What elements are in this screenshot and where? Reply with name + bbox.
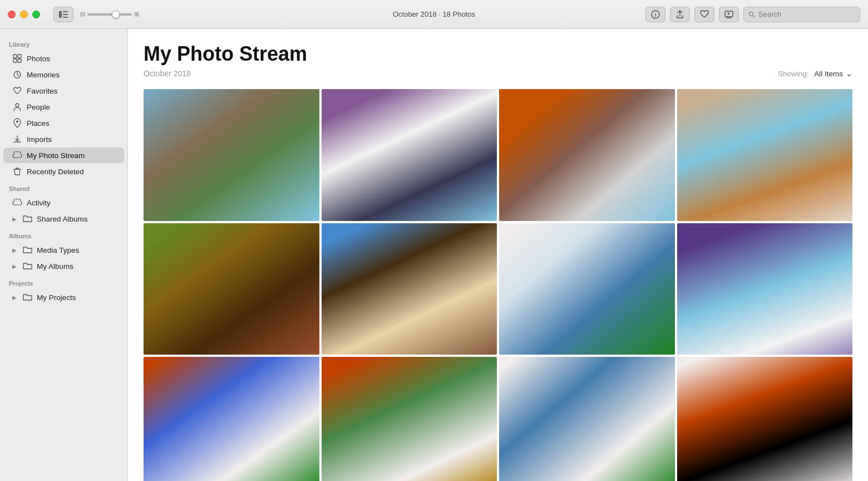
photo-cell-8[interactable] [677,223,853,355]
pin-icon [12,118,22,128]
showing-dropdown[interactable]: Showing: All Items ⌄ [778,69,852,78]
info-icon: i [651,10,660,19]
sidebar-toggle-group: ⊟ ⊞ [53,7,139,22]
search-input[interactable] [758,10,855,18]
sidebar-label-places: Places [27,119,50,127]
zoom-slider-container[interactable]: ⊟ ⊞ [80,11,139,18]
traffic-lights [8,11,40,18]
svg-rect-2 [63,14,68,15]
cloud-icon [12,150,22,160]
favorites-icon [12,86,22,96]
sidebar-item-people[interactable]: People [3,99,124,115]
sidebar-item-media-types[interactable]: ▶ Media Types [3,242,124,258]
sidebar-item-recently-deleted[interactable]: Recently Deleted [3,164,124,179]
sidebar: Library Photos Memories Favorites People [0,29,128,481]
search-icon [748,11,755,18]
svg-rect-11 [18,55,21,58]
sidebar-label-imports: Imports [27,135,52,144]
sidebar-item-memories[interactable]: Memories [3,67,124,82]
titlebar-controls: i [645,7,860,22]
sidebar-label-recently-deleted: Recently Deleted [27,168,84,176]
sidebar-label-people: People [27,103,50,111]
photo-cell-5[interactable] [144,223,319,355]
sidebar-label-media-types: Media Types [37,246,79,254]
photo-cell-12[interactable] [677,357,853,481]
sidebar-toggle-btn[interactable] [53,7,73,22]
sidebar-label-photos: Photos [27,55,50,63]
sidebar-item-my-photo-stream[interactable]: My Photo Stream [3,148,124,163]
sidebar-label-shared-albums: Shared Albums [37,215,88,223]
photo-cell-2[interactable] [322,89,497,221]
media-types-folder-icon [22,245,32,255]
main-layout: Library Photos Memories Favorites People [0,29,868,481]
sidebar-item-places[interactable]: Places [3,115,124,131]
svg-rect-12 [13,59,17,62]
photo-cell-10[interactable] [322,357,497,481]
search-box[interactable] [743,7,860,22]
close-button[interactable] [8,11,16,18]
photo-cell-3[interactable] [499,89,675,221]
zoom-thumb[interactable] [112,11,120,18]
photo-cell-6[interactable] [322,223,497,355]
sidebar-label-my-albums: My Albums [37,262,73,271]
share-icon [676,10,684,19]
zoom-track[interactable] [87,13,132,16]
memories-icon [12,70,22,80]
subtitle-row: October 2018 Showing: All Items ⌄ [144,69,852,78]
content-date: October 2018 [144,69,191,78]
heart-icon [700,10,709,18]
svg-rect-0 [59,11,62,18]
library-section-label: Library [0,36,127,50]
sidebar-label-my-photo-stream: My Photo Stream [27,151,85,160]
sidebar-item-shared-albums[interactable]: ▶ Shared Albums [3,211,124,227]
info-button[interactable]: i [645,7,665,22]
photo-cell-1[interactable] [144,89,319,221]
maximize-button[interactable] [32,11,40,18]
share-button[interactable] [670,7,690,22]
photo-grid [144,89,852,481]
trash-icon [12,166,22,176]
import-icon [12,134,22,144]
person-icon [12,102,22,112]
expand-arrow-media: ▶ [12,247,17,253]
showing-label-text: Showing: [778,70,809,78]
zoom-small-icon: ⊟ [80,11,85,18]
sidebar-item-photos[interactable]: Photos [3,51,124,66]
activity-cloud-icon [12,198,22,208]
sidebar-item-activity[interactable]: Activity [3,195,124,210]
sidebar-label-my-projects: My Projects [37,293,76,302]
zoom-large-icon: ⊞ [134,11,139,18]
sidebar-label-favorites: Favorites [27,87,58,95]
svg-line-9 [753,16,754,17]
title-text: October 2018 · 18 Photos [393,10,475,18]
projects-section-label: Projects [0,274,127,289]
minimize-button[interactable] [20,11,28,18]
svg-rect-13 [18,59,21,62]
showing-value: All Items [814,70,843,78]
expand-arrow-projects: ▶ [12,295,17,301]
sidebar-label-activity: Activity [27,199,51,207]
svg-point-8 [749,12,753,16]
sidebar-item-my-projects[interactable]: ▶ My Projects [3,289,124,305]
sidebar-item-my-albums[interactable]: ▶ My Albums [3,258,124,274]
favorite-button[interactable] [694,7,714,22]
sidebar-icon [59,11,68,18]
photo-cell-11[interactable] [499,357,675,481]
photo-cell-4[interactable] [677,89,853,221]
svg-text:i: i [655,12,657,18]
sidebar-item-imports[interactable]: Imports [3,131,124,147]
content-area: My Photo Stream October 2018 Showing: Al… [128,29,868,481]
albums-section-label: Albums [0,227,127,242]
shared-albums-folder-icon [22,214,32,224]
expand-arrow-shared: ▶ [12,216,17,222]
slideshow-button[interactable] [719,7,739,22]
svg-rect-3 [63,17,68,18]
photo-cell-7[interactable] [499,223,675,355]
sidebar-item-favorites[interactable]: Favorites [3,83,124,99]
slideshow-icon [724,10,733,19]
titlebar-title: October 2018 · 18 Photos [393,10,475,18]
svg-point-16 [16,121,18,123]
svg-point-15 [16,104,19,107]
photo-cell-9[interactable] [144,357,319,481]
my-projects-folder-icon [22,292,32,302]
